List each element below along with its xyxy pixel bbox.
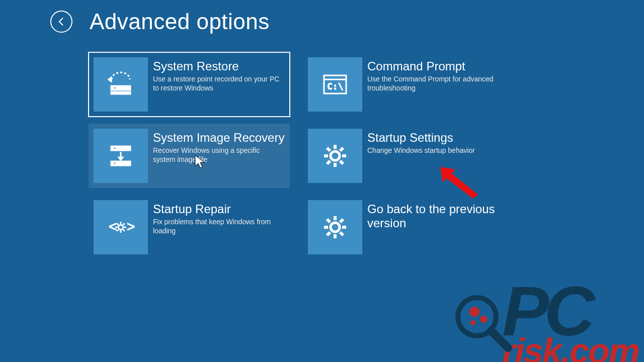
tile-desc: Use a restore point recorded on your PC … [153,74,284,94]
page-title: Advanced options [90,9,270,34]
svg-point-33 [331,223,340,232]
tile-command-prompt[interactable]: C:\ Command Prompt Use the Command Promp… [303,52,504,117]
tile-title: Command Prompt [367,59,498,73]
tile-title: Startup Repair [153,202,284,216]
tile-title: Startup Settings [367,131,475,145]
tile-startup-settings[interactable]: Startup Settings Change Windows startup … [303,124,504,188]
svg-point-48 [470,320,475,325]
tile-startup-repair[interactable]: < > Startup Repair Fix problems that kee… [89,195,290,259]
svg-line-18 [327,148,330,151]
options-grid: System Restore Use a restore point recor… [0,34,644,259]
tile-desc: Fix problems that keep Windows from load… [153,217,284,236]
svg-line-20 [327,161,330,164]
svg-line-19 [340,161,343,164]
svg-point-24 [118,225,123,230]
svg-text:>: > [127,219,135,234]
svg-marker-12 [118,157,124,161]
svg-point-46 [469,307,479,317]
svg-line-32 [123,223,125,225]
tile-system-restore[interactable]: System Restore Use a restore point recor… [89,52,290,117]
svg-point-3 [114,87,116,89]
svg-point-13 [331,151,340,160]
svg-line-41 [340,219,343,222]
svg-text:C:\: C:\ [327,81,344,92]
svg-line-39 [340,232,343,235]
back-button[interactable] [50,11,72,33]
gear-icon [308,200,362,254]
system-image-recovery-icon [94,129,148,183]
tile-desc: Use the Command Prompt for advanced trou… [367,74,498,94]
svg-line-31 [117,230,118,231]
arrow-left-icon [56,17,66,27]
tile-title: Go back to the previous version [367,202,499,230]
svg-point-10 [114,162,116,164]
svg-line-21 [340,148,343,151]
watermark-logo: PC risk.com [502,287,639,362]
tile-system-image-recovery[interactable]: System Image Recovery Recover Windows us… [89,124,290,188]
system-restore-icon [94,57,148,112]
tile-go-back-previous-version[interactable]: Go back to the previous version [303,195,504,259]
tile-desc: Recover Windows using a specific system … [153,146,284,165]
svg-line-29 [117,223,118,225]
svg-point-44 [458,298,496,336]
tile-title: System Image Recovery [153,131,284,145]
svg-line-30 [123,230,125,231]
tile-desc: Change Windows startup behavior [367,146,475,155]
watermark-text-risk: risk.com [502,331,639,362]
tile-title: System Restore [153,59,284,73]
svg-marker-0 [108,76,112,82]
gear-icon [308,129,362,183]
startup-repair-icon: < > [94,200,148,254]
svg-rect-2 [111,92,131,95]
svg-line-45 [491,331,508,348]
svg-line-40 [327,232,330,235]
svg-point-9 [114,147,116,149]
command-prompt-icon: C:\ [308,57,362,112]
svg-line-38 [327,219,330,222]
svg-point-47 [480,316,487,323]
watermark-text-pc: PC [502,287,639,336]
